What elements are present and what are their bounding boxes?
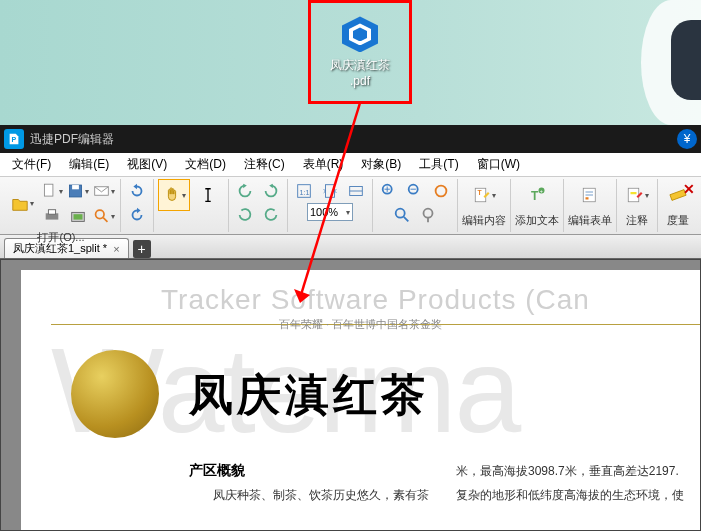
edit-form-label: 编辑表单: [568, 213, 612, 228]
annotate-button[interactable]: ▾: [621, 179, 653, 211]
hand-tool-button[interactable]: ▾: [158, 179, 190, 211]
tab-close-button[interactable]: ×: [113, 243, 119, 255]
tabbar: 凤庆滇红茶1_split * × +: [0, 235, 701, 259]
svg-rect-41: [586, 197, 589, 199]
menu-object[interactable]: 对象(B): [353, 154, 409, 175]
svg-text:1:1: 1:1: [300, 188, 310, 197]
svg-rect-42: [628, 188, 639, 202]
toolbar: ▾ ▾ ▾ ▾ ▾ 打开(O)...: [0, 177, 701, 235]
svg-rect-5: [72, 185, 79, 189]
menu-file[interactable]: 文件(F): [4, 154, 59, 175]
pdf-editor-window: P 迅捷PDF编辑器 ¥ 文件(F) 编辑(E) 视图(V) 文档(D) 注释(…: [0, 125, 701, 531]
pdf-file-icon: [340, 14, 380, 54]
svg-point-29: [396, 209, 405, 218]
document-title: 凤庆滇红茶: [189, 366, 429, 425]
desktop-file-icon-highlighted[interactable]: 凤庆滇红茶.pdf: [308, 0, 412, 104]
loupe-button[interactable]: [416, 203, 440, 227]
svg-rect-3: [44, 184, 53, 196]
email-button[interactable]: ▾: [92, 179, 116, 203]
undo-button[interactable]: [125, 179, 149, 203]
body-text-col2-line1: 米，最高海拔3098.7米，垂直高差达2197.: [456, 462, 700, 481]
rotate-cw-button[interactable]: [259, 203, 283, 227]
svg-marker-16: [243, 184, 247, 189]
svg-rect-20: [326, 185, 335, 198]
tea-image: [71, 350, 159, 438]
svg-text:+: +: [540, 188, 543, 194]
app-icon: P: [4, 129, 24, 149]
zoom-reset-button[interactable]: [429, 179, 453, 203]
menu-document[interactable]: 文档(D): [177, 154, 234, 175]
svg-text:T: T: [531, 189, 539, 203]
rotate-left-button[interactable]: [233, 179, 257, 203]
svg-rect-8: [48, 210, 55, 215]
svg-text:P: P: [11, 136, 16, 143]
desktop-file-label: 凤庆滇红茶.pdf: [330, 58, 390, 89]
print-button[interactable]: [40, 204, 64, 228]
actual-size-button[interactable]: 1:1: [292, 179, 316, 203]
rotate-right-button[interactable]: [259, 179, 283, 203]
svg-marker-17: [269, 184, 273, 189]
rotate-ccw-button[interactable]: [233, 203, 257, 227]
zoom-in-button[interactable]: [377, 179, 401, 203]
zoom-out-button[interactable]: [403, 179, 427, 203]
edit-form-button[interactable]: [574, 179, 606, 211]
pdf-page: Tracker Software Products (Can 百年荣耀 · 百年…: [21, 270, 700, 530]
redo-button[interactable]: [125, 203, 149, 227]
svg-marker-13: [133, 184, 137, 189]
measure-label: 度量: [667, 213, 689, 228]
menu-form[interactable]: 表单(R): [295, 154, 352, 175]
currency-button[interactable]: ¥: [677, 129, 697, 149]
svg-line-12: [103, 218, 107, 222]
svg-point-31: [424, 209, 433, 218]
annotate-label: 注释: [626, 213, 648, 228]
watermark-header: Tracker Software Products (Can: [161, 284, 700, 316]
body-text-col2-line2: 复杂的地形和低纬度高海拔的生态环境，使: [456, 486, 700, 505]
zoom-level-input[interactable]: 100%▾: [307, 203, 353, 221]
open-button[interactable]: ▾: [6, 188, 38, 220]
svg-rect-10: [74, 214, 83, 219]
svg-line-30: [404, 217, 409, 222]
text-select-button[interactable]: [192, 179, 224, 211]
menu-annotate[interactable]: 注释(C): [236, 154, 293, 175]
svg-marker-14: [137, 208, 141, 213]
menu-window[interactable]: 窗口(W): [469, 154, 528, 175]
menu-view[interactable]: 视图(V): [119, 154, 175, 175]
fit-page-button[interactable]: [318, 179, 342, 203]
edit-content-label: 编辑内容: [462, 213, 506, 228]
edit-content-button[interactable]: T▾: [468, 179, 500, 211]
svg-point-28: [436, 186, 447, 197]
app-title: 迅捷PDF编辑器: [30, 131, 671, 148]
zoom-region-button[interactable]: [390, 203, 414, 227]
open-label: 打开(O)...: [37, 230, 84, 245]
menu-tools[interactable]: 工具(T): [411, 154, 466, 175]
menu-edit[interactable]: 编辑(E): [61, 154, 117, 175]
new-tab-button[interactable]: +: [133, 240, 151, 258]
body-text-col1: 凤庆种茶、制茶、饮茶历史悠久，素有茶: [213, 486, 443, 505]
titlebar[interactable]: P 迅捷PDF编辑器 ¥: [0, 125, 701, 153]
document-area[interactable]: Tracker Software Products (Can 百年荣耀 · 百年…: [0, 259, 701, 531]
svg-point-11: [96, 210, 105, 219]
section-heading: 产区概貌: [189, 462, 245, 480]
scan-button[interactable]: [66, 204, 90, 228]
new-button[interactable]: ▾: [40, 179, 64, 203]
menubar: 文件(F) 编辑(E) 视图(V) 文档(D) 注释(C) 表单(R) 对象(B…: [0, 153, 701, 177]
fit-width-button[interactable]: [344, 179, 368, 203]
desktop-background-decoration: [671, 20, 701, 100]
toolbar-close-button[interactable]: ✕: [679, 179, 699, 199]
add-text-button[interactable]: T+: [521, 179, 553, 211]
add-text-label: 添加文本: [515, 213, 559, 228]
save-button[interactable]: ▾: [66, 179, 90, 203]
svg-rect-43: [630, 192, 636, 194]
search-button[interactable]: ▾: [92, 204, 116, 228]
